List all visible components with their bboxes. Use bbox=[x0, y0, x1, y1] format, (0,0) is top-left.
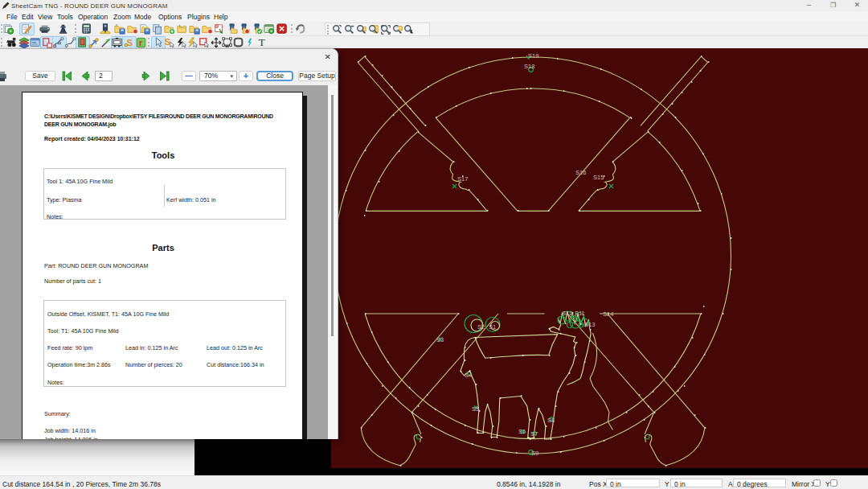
svg-text:S5: S5 bbox=[472, 405, 479, 413]
svg-text:S7: S7 bbox=[530, 430, 538, 438]
svg-text:S2: S2 bbox=[477, 323, 485, 331]
svg-text:S3: S3 bbox=[436, 336, 444, 343]
svg-text:r: r bbox=[139, 39, 142, 47]
svg-text:S1: S1 bbox=[489, 323, 496, 331]
svg-text:S14: S14 bbox=[603, 310, 613, 318]
svg-text:S19: S19 bbox=[528, 52, 538, 60]
svg-text:S15: S15 bbox=[593, 174, 604, 181]
svg-text:S: S bbox=[127, 38, 133, 47]
svg-text:S12: S12 bbox=[562, 310, 572, 317]
svg-text:T: T bbox=[258, 37, 264, 48]
svg-text:S17: S17 bbox=[457, 175, 468, 183]
svg-text:S16: S16 bbox=[575, 169, 586, 176]
svg-text:S6: S6 bbox=[518, 428, 526, 435]
svg-text:S9: S9 bbox=[531, 450, 538, 457]
svg-text:S13: S13 bbox=[584, 321, 595, 328]
svg-text:S4: S4 bbox=[465, 372, 472, 379]
svg-text:S: S bbox=[165, 37, 170, 47]
svg-text:S18: S18 bbox=[524, 63, 534, 70]
svg-text:S11: S11 bbox=[575, 310, 585, 317]
svg-text:S8: S8 bbox=[547, 417, 555, 424]
